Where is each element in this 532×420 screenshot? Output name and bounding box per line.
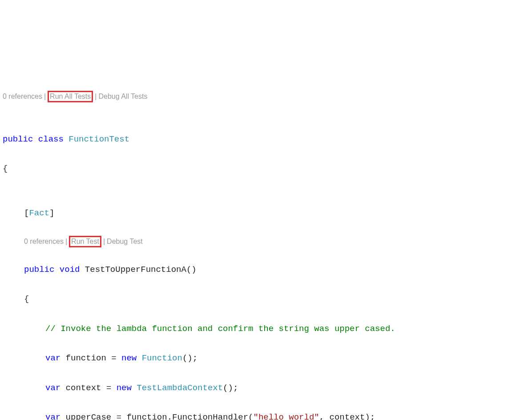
keyword-public: public — [3, 134, 33, 144]
code-editor: 0 references | Run All Tests | Debug All… — [3, 61, 529, 420]
codelens-separator: | — [65, 236, 67, 247]
keyword-new: new — [121, 353, 137, 363]
attr-fact: Fact — [29, 208, 49, 218]
code-text: upperCase = function.FunctionHandler( — [60, 412, 253, 420]
keyword-void: void — [60, 265, 80, 275]
class-name: FunctionTest — [69, 134, 129, 144]
debug-test-a-link[interactable]: Debug Test — [107, 236, 143, 247]
debug-all-tests-link[interactable]: Debug All Tests — [98, 91, 147, 102]
highlight-run-test-a: Run Test — [69, 236, 101, 248]
code-line: var function = new Function(); — [3, 351, 529, 366]
keyword-new: new — [117, 383, 132, 393]
brace-open: { — [3, 162, 529, 176]
code-text: context = — [60, 383, 116, 393]
method-a-name: TestToUpperFunctionA — [85, 265, 186, 275]
string-literal: "hello world" — [254, 412, 319, 420]
class-declaration: public class FunctionTest — [3, 132, 529, 147]
class-codelens: 0 references | Run All Tests | Debug All… — [3, 91, 529, 103]
code-text: , context); — [319, 412, 375, 420]
codelens-separator: | — [44, 91, 46, 102]
parens: () — [186, 265, 197, 275]
highlight-run-all: Run All Tests — [48, 91, 93, 103]
keyword-public: public — [24, 265, 54, 275]
codelens-separator: | — [103, 236, 105, 247]
code-line: var upperCase = function.FunctionHandler… — [3, 410, 529, 420]
fact-attribute-a: [Fact] — [3, 206, 529, 221]
method-a-signature: public void TestToUpperFunctionA() — [3, 262, 529, 277]
class-references-link[interactable]: 0 references — [3, 91, 42, 102]
codelens-separator: | — [95, 91, 97, 102]
run-test-a-link[interactable]: Run Test — [71, 238, 99, 245]
comment-line: // Invoke the lambda function and confir… — [3, 322, 529, 336]
code-text: (); — [182, 353, 197, 363]
type-name: Function — [137, 353, 182, 363]
keyword-var: var — [45, 383, 60, 393]
keyword-var: var — [45, 353, 60, 363]
code-line: var context = new TestLambdaContext(); — [3, 381, 529, 396]
type-name: TestLambdaContext — [132, 383, 223, 393]
code-text: (); — [223, 383, 238, 393]
method-a-references-link[interactable]: 0 references — [24, 236, 64, 247]
brace-open: { — [3, 292, 529, 307]
keyword-class: class — [38, 134, 64, 144]
code-text: function = — [60, 353, 121, 363]
method-a-codelens: 0 references | Run Test | Debug Test — [3, 236, 529, 248]
keyword-var: var — [45, 412, 60, 420]
run-all-tests-link[interactable]: Run All Tests — [50, 93, 91, 100]
